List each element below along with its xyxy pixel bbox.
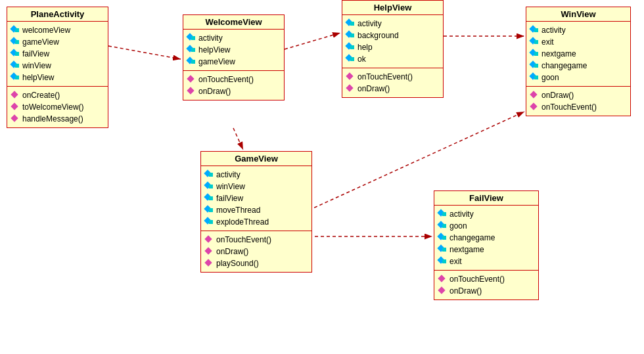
help-view-methods: onTouchEvent() onDraw() (342, 68, 443, 97)
game-view-title: GameView (201, 152, 311, 166)
fail-view-methods: onTouchEvent() onDraw() (434, 271, 538, 299)
win-view-methods: onDraw() onTouchEvent() (526, 87, 630, 116)
svg-line-2 (108, 46, 181, 59)
help-view-fields: activity background help ok (342, 15, 443, 68)
fail-view-fields: activity goon changegame nextgame exit (434, 206, 538, 271)
game-view-methods: onTouchEvent() onDraw() playSound() (201, 231, 311, 272)
win-view-fields: activity exit nextgame changegame goon (526, 22, 630, 87)
welcome-view-fields: activity helpView gameView (183, 30, 284, 71)
plane-activity-class: PlaneActivity welcomeView gameView failV… (7, 7, 108, 128)
welcome-view-methods: onTouchEvent() onDraw() (183, 71, 284, 100)
game-view-fields: activity winView failView moveThread exp… (201, 166, 311, 231)
svg-line-4 (233, 128, 243, 150)
plane-activity-methods: onCreate() toWelcomeView() handleMessage… (7, 87, 108, 127)
plane-activity-fields: welcomeView gameView failView winView he… (7, 22, 108, 87)
welcome-view-class: WelcomeView activity helpView gameView o… (183, 14, 285, 100)
fail-view-class: FailView activity goon changegame nextga… (434, 190, 539, 300)
help-view-class: HelpView activity background help ok onT… (342, 0, 444, 98)
win-view-title: WinView (526, 7, 630, 22)
win-view-class: WinView activity exit nextgame changegam… (526, 7, 631, 116)
fail-view-title: FailView (434, 191, 538, 206)
uml-diagram: PlaneActivity welcomeView gameView failV… (0, 0, 644, 354)
plane-activity-title: PlaneActivity (7, 7, 108, 22)
game-view-class: GameView activity winView failView moveT… (200, 151, 312, 273)
svg-line-3 (285, 33, 340, 49)
help-view-title: HelpView (342, 1, 443, 15)
welcome-view-title: WelcomeView (183, 15, 284, 30)
